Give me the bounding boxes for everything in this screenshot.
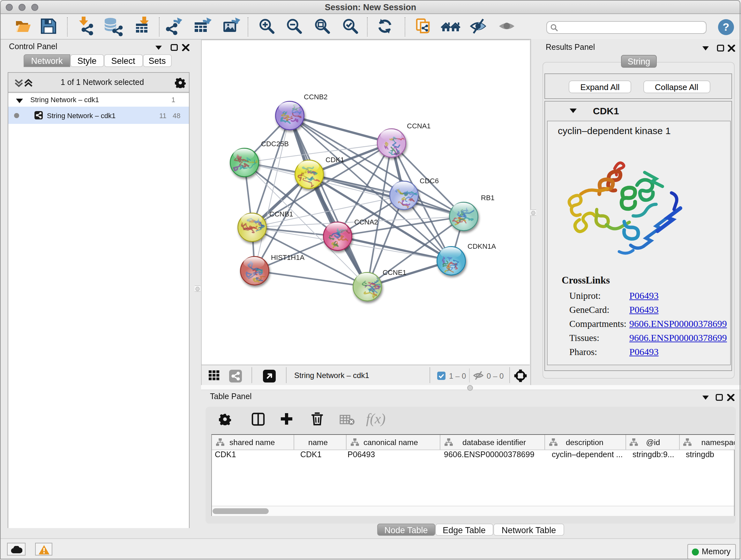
svg-text:HIST1H1A: HIST1H1A [271,253,304,261]
svg-text:CCNA1: CCNA1 [407,122,430,130]
svg-text:CCNB1: CCNB1 [269,210,293,218]
svg-text:CCNE1: CCNE1 [382,268,406,276]
svg-text:CDKN1A: CDKN1A [467,242,496,250]
svg-text:CDC6: CDC6 [419,177,439,185]
svg-text:RB1: RB1 [481,194,494,202]
svg-text:CCNA2: CCNA2 [354,218,378,226]
svg-text:CDC25B: CDC25B [261,140,288,148]
svg-text:CCNB2: CCNB2 [304,93,327,101]
svg-text:CDK1: CDK1 [325,156,344,164]
